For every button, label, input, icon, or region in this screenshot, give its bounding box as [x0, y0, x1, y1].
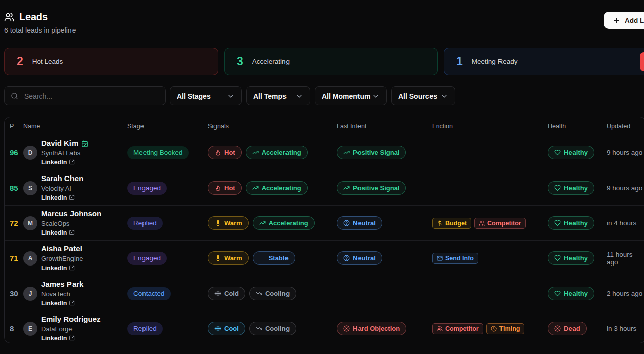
friction-badge: Budget [432, 218, 471, 229]
external-link-icon [69, 159, 75, 165]
flame-icon [214, 149, 221, 156]
page-header: Leads 6 total leads in pipeline [4, 11, 76, 34]
table-header-row: P Name Stage Signals Last Intent Frictio… [5, 117, 644, 135]
chevron-down-icon [440, 92, 448, 100]
friction-badge-label: Send Info [445, 255, 474, 262]
lead-name: James Park [41, 280, 83, 289]
table-row[interactable]: 30 J James Park NovaTech LinkedIn Contac… [5, 276, 644, 311]
company-name: SynthAI Labs [41, 149, 88, 157]
plus-icon [613, 17, 620, 24]
signal-badge-label: Warm [224, 219, 242, 227]
priority-score: 30 [10, 289, 23, 298]
last-intent-badge-label: Hard Objection [353, 325, 400, 332]
column-header-last-intent: Last Intent [337, 123, 432, 130]
last-intent-badge: Neutral [337, 216, 382, 230]
stat-card-meeting-ready[interactable]: 1 Meeting Ready [444, 48, 644, 75]
avatar: D [23, 146, 37, 160]
signal-badge: Hot [208, 146, 242, 159]
heart-icon [554, 255, 561, 261]
priority-score: 8 [10, 324, 23, 333]
last-intent-badge-label: Positive Signal [353, 184, 399, 192]
last-intent-badge-label: Positive Signal [353, 149, 399, 156]
signal-badge-label: Hot [224, 184, 235, 192]
stat-value: 2 [17, 55, 23, 68]
health-badge: Healthy [548, 216, 594, 230]
snowflake-icon [214, 325, 221, 332]
stage-badge: Meeting Booked [127, 146, 189, 159]
signal-badge: Accelerating [253, 216, 315, 230]
avatar: E [23, 322, 37, 336]
add-lead-label: Add Lead [625, 17, 644, 24]
health-badge-label: Healthy [564, 184, 588, 192]
health-badge-label: Dead [564, 325, 580, 332]
linkedin-link[interactable]: LinkedIn [41, 194, 75, 201]
table-row[interactable]: 71 A Aisha Patel GrowthEngine LinkedIn E… [5, 240, 644, 276]
filter-all-temps[interactable]: All Temps [246, 86, 310, 105]
linkedin-link[interactable]: LinkedIn [41, 335, 75, 342]
filter-all-sources[interactable]: All Sources [391, 86, 455, 105]
signal-badge-label: Accelerating [262, 149, 301, 156]
linkedin-link[interactable]: LinkedIn [41, 264, 75, 272]
health-badge: Healthy [548, 251, 594, 265]
avatar: J [23, 287, 37, 301]
lead-name: Marcus Johnson [41, 210, 101, 218]
mail-icon [437, 255, 443, 261]
last-intent-badge: Positive Signal [337, 181, 406, 195]
company-name: Velocity AI [41, 185, 83, 193]
thermometer-icon [214, 220, 221, 226]
external-link-icon [69, 230, 75, 235]
dollar-icon [437, 220, 443, 226]
lead-name: Aisha Patel [41, 245, 83, 253]
table-row[interactable]: 85 S Sarah Chen Velocity AI LinkedIn Eng… [5, 170, 644, 205]
friction-badge-label: Budget [445, 220, 467, 227]
signal-badge: Warm [208, 251, 249, 265]
table-row[interactable]: 96 D David Kim SynthAI Labs LinkedIn Mee… [5, 135, 644, 170]
signal-badge: Hot [208, 181, 242, 195]
circle-x-icon [343, 325, 350, 332]
stage-badge: Replied [127, 217, 163, 230]
stage-badge-label: Contacted [133, 290, 165, 297]
users-icon [437, 326, 443, 332]
table-row[interactable]: 72 M Marcus Johnson ScaleOps LinkedIn Re… [5, 205, 644, 240]
linkedin-link[interactable]: LinkedIn [41, 229, 75, 236]
stat-card-accelerating[interactable]: 3 Accelerating [224, 48, 438, 75]
stage-badge: Replied [127, 322, 163, 335]
signal-badge: Accelerating [246, 181, 308, 195]
dropdown-label: All Temps [253, 92, 287, 100]
filter-all-stages[interactable]: All Stages [170, 86, 242, 105]
updated-time: 11 hours ago [607, 251, 644, 266]
column-header-health: Health [548, 123, 607, 130]
linkedin-link[interactable]: LinkedIn [41, 300, 75, 307]
help-circle-icon [343, 255, 350, 261]
trending-down-icon [256, 290, 262, 297]
health-badge: Healthy [548, 146, 594, 159]
external-link-icon [69, 265, 75, 271]
friction-badge: Competitor [432, 323, 483, 334]
trending-down-icon [256, 325, 262, 332]
friction-badge-label: Competitor [445, 325, 479, 332]
page-subtitle: 6 total leads in pipeline [4, 26, 76, 34]
add-lead-button[interactable]: Add Lead [604, 12, 644, 29]
stat-card-hot-leads[interactable]: 2 Hot Leads [4, 48, 218, 75]
stat-card-cutoff[interactable] [640, 52, 644, 71]
chevron-down-icon [295, 92, 303, 100]
chevron-down-icon [372, 92, 380, 100]
signal-badge: Warm [208, 216, 249, 230]
stage-badge: Engaged [127, 182, 167, 195]
heart-icon [554, 290, 561, 297]
friction-badge-label: Competitor [487, 220, 521, 227]
signal-badge-label: Hot [224, 149, 235, 156]
minus-icon [259, 255, 266, 261]
search-input[interactable] [23, 92, 159, 101]
linkedin-link[interactable]: LinkedIn [41, 159, 75, 166]
stat-label: Hot Leads [32, 58, 63, 65]
trending-up-icon [259, 220, 266, 226]
table-row[interactable]: 8 E Emily Rodriguez DataForge LinkedIn R… [5, 311, 644, 343]
avatar: A [23, 251, 37, 266]
external-link-icon [69, 300, 75, 306]
filter-all-momentum[interactable]: All Momentum [315, 86, 387, 105]
trending-up-icon [343, 149, 350, 156]
last-intent-badge: Hard Objection [337, 322, 406, 335]
heart-icon [554, 220, 561, 226]
lead-name: David Kim [41, 139, 88, 148]
